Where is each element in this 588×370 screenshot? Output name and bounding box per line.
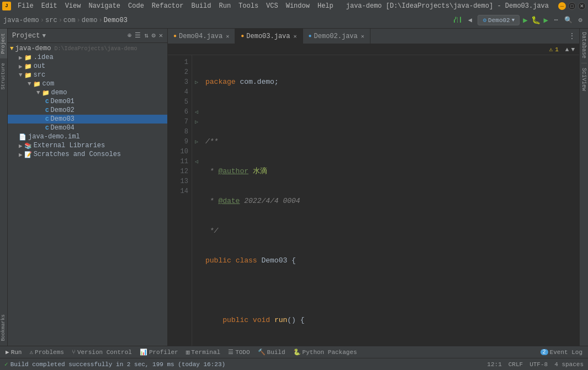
menu-help[interactable]: Help bbox=[314, 1, 337, 11]
code-lines[interactable]: package com.demo; /** * @author 水滴 * @da… bbox=[201, 55, 579, 346]
editor-area[interactable]: 1 2 3 4 5 6 7 8 9 10 11 12 13 14 bbox=[168, 55, 579, 346]
menu-tools[interactable]: Tools bbox=[235, 1, 262, 11]
nav-up-icon[interactable]: ▲ bbox=[565, 46, 569, 53]
encoding[interactable]: UTF-8 bbox=[529, 361, 548, 368]
breadcrumb-demo03[interactable]: Demo03 bbox=[104, 17, 128, 24]
tree-src[interactable]: ▼ 📁 src bbox=[8, 71, 167, 79]
fold-line6[interactable]: ◁ bbox=[195, 109, 198, 115]
event-log-button[interactable]: 2 Event Log bbox=[537, 348, 586, 357]
code-line-10[interactable]: System.out.print("Hello World! Demo03"); bbox=[205, 345, 575, 346]
back-icon[interactable]: ◀ bbox=[465, 16, 474, 25]
breadcrumb-demo[interactable]: demo bbox=[82, 17, 98, 24]
code-line-4[interactable]: * @author 水滴 bbox=[205, 167, 575, 176]
run-config-dropdown[interactable]: ▼ bbox=[512, 18, 515, 23]
settings-icon[interactable]: ⚙ bbox=[576, 16, 585, 25]
run-coverage-button[interactable]: ▶ bbox=[544, 15, 548, 25]
tree-settings-icon[interactable]: ⚙ bbox=[152, 31, 156, 40]
todo-button[interactable]: ☰ TODO bbox=[225, 347, 253, 357]
run-button[interactable]: ▶ bbox=[523, 15, 527, 25]
file-tree-actions: ⊕ ☰ ⇅ ⚙ ✕ bbox=[128, 31, 163, 40]
breadcrumb-project[interactable]: java-demo bbox=[3, 17, 39, 24]
menu-code[interactable]: Code bbox=[125, 1, 147, 11]
more-run-options[interactable]: ⋯ bbox=[552, 16, 560, 25]
run-config-button[interactable]: ⚙ Demo02 ▼ bbox=[478, 15, 520, 25]
breadcrumb: java-demo › src › com › demo › Demo03 bbox=[3, 17, 451, 24]
run-panel-button[interactable]: ▶ Run bbox=[2, 347, 25, 357]
menu-navigate[interactable]: Navigate bbox=[85, 1, 124, 11]
problems-panel-button[interactable]: ⚠ Problems bbox=[26, 347, 67, 357]
python-packages-button[interactable]: 🐍 Python Packages bbox=[290, 347, 361, 357]
project-panel-label[interactable]: Project bbox=[0, 29, 7, 58]
structure-panel-label[interactable]: Structure bbox=[0, 58, 7, 94]
menu-vcs[interactable]: VCS bbox=[263, 1, 282, 11]
tab-demo03[interactable]: ● Demo03.java ✕ bbox=[235, 29, 303, 44]
cursor-position[interactable]: 12:1 bbox=[487, 361, 501, 368]
git-icon[interactable]: ⛙ bbox=[453, 16, 462, 25]
indent-setting[interactable]: 4 spaces bbox=[554, 361, 584, 368]
menu-build[interactable]: Build bbox=[188, 1, 214, 11]
collapse-all-icon[interactable]: ☰ bbox=[135, 31, 141, 40]
code-line-7[interactable]: public class Demo03 { bbox=[205, 256, 575, 266]
sort-icon[interactable]: ⇅ bbox=[144, 31, 148, 40]
tree-demo[interactable]: ▼ 📁 demo bbox=[8, 88, 167, 97]
version-control-button[interactable]: ⑂ Version Control bbox=[68, 348, 135, 357]
breadcrumb-com[interactable]: com bbox=[63, 17, 76, 24]
editor-outer: ● Demo04.java ✕ ● Demo03.java ✕ ● Demo02… bbox=[168, 29, 579, 346]
demo04-tab-close[interactable]: ✕ bbox=[226, 33, 229, 40]
tree-close-icon[interactable]: ✕ bbox=[159, 31, 163, 40]
tree-root[interactable]: ▼ java-demo D:\IdeaProjects\java-demo bbox=[8, 44, 167, 53]
demo02-tab-close[interactable]: ✕ bbox=[361, 33, 364, 40]
locate-file-icon[interactable]: ⊕ bbox=[128, 31, 131, 40]
fold-line3[interactable]: ▷ bbox=[195, 79, 198, 85]
tree-demo01[interactable]: C Demo01 bbox=[8, 97, 167, 106]
menu-file[interactable]: File bbox=[14, 1, 37, 11]
fold-line9[interactable]: ▷ bbox=[195, 138, 198, 145]
code-line-9[interactable]: public void run() { bbox=[205, 315, 575, 325]
tab-demo02[interactable]: ● Demo02.java ✕ bbox=[303, 29, 370, 44]
menu-edit[interactable]: Edit bbox=[38, 1, 61, 11]
close-button[interactable]: ✕ bbox=[578, 2, 586, 10]
code-line-5[interactable]: * @date 2022/4/4 0004 bbox=[205, 196, 575, 206]
tree-demo04[interactable]: C Demo04 bbox=[8, 124, 167, 132]
menu-window[interactable]: Window bbox=[283, 1, 313, 11]
code-line-3[interactable]: /** bbox=[205, 137, 575, 147]
minimize-button[interactable]: ─ bbox=[558, 2, 566, 10]
database-panel-label[interactable]: Database bbox=[580, 29, 588, 62]
tab-more-button[interactable]: ⋮ bbox=[565, 31, 579, 41]
maximize-button[interactable]: □ bbox=[568, 2, 576, 10]
tree-out[interactable]: ▶ 📁 out bbox=[8, 62, 167, 71]
tree-idea[interactable]: ▶ 📁 .idea bbox=[8, 53, 167, 62]
demo04-icon: C bbox=[45, 125, 49, 131]
code-line-6[interactable]: */ bbox=[205, 226, 575, 236]
code-line-2[interactable] bbox=[205, 107, 575, 117]
debug-button[interactable]: 🐛 bbox=[531, 15, 541, 25]
bookmarks-panel-label[interactable]: Bookmarks bbox=[0, 310, 7, 346]
code-line-1[interactable]: package com.demo; bbox=[205, 77, 575, 87]
build-panel-button[interactable]: 🔨 Build bbox=[255, 347, 289, 357]
terminal-button[interactable]: ▥ Terminal bbox=[183, 347, 224, 357]
project-dropdown-icon[interactable]: ▼ bbox=[42, 33, 46, 39]
fold-line11[interactable]: ◁ bbox=[195, 158, 198, 165]
profiler-button[interactable]: 📊 Profiler bbox=[136, 347, 182, 357]
search-everywhere-icon[interactable]: 🔍 bbox=[564, 16, 573, 25]
code-line-8[interactable] bbox=[205, 286, 575, 296]
breadcrumb-src[interactable]: src bbox=[45, 17, 57, 24]
status-left: ✓ Build completed successfully in 2 sec,… bbox=[4, 361, 487, 368]
tree-demo03[interactable]: C Demo03 bbox=[8, 115, 167, 124]
tree-ext-libs[interactable]: ▶ 📚 External Libraries bbox=[8, 141, 167, 150]
tree-com[interactable]: ▼ 📁 com bbox=[8, 79, 167, 88]
nav-down-icon[interactable]: ▼ bbox=[571, 46, 575, 53]
line-separator[interactable]: CRLF bbox=[508, 361, 523, 368]
sciview-panel-label[interactable]: SciView bbox=[580, 65, 588, 94]
fold-line7[interactable]: ▷ bbox=[195, 119, 198, 125]
tab-demo04[interactable]: ● Demo04.java ✕ bbox=[168, 29, 235, 44]
tree-scratches[interactable]: ▶ 📝 Scratches and Consoles bbox=[8, 150, 167, 159]
menu-run[interactable]: Run bbox=[215, 1, 234, 11]
demo03-tab-close[interactable]: ✕ bbox=[294, 33, 297, 40]
menu-refactor[interactable]: Refactor bbox=[149, 1, 187, 11]
tree-iml[interactable]: 📄 java-demo.iml bbox=[8, 132, 167, 141]
code-content[interactable]: 1 2 3 4 5 6 7 8 9 10 11 12 13 14 bbox=[168, 55, 579, 346]
app-icon: J bbox=[2, 2, 11, 10]
tree-demo02[interactable]: C Demo02 bbox=[8, 106, 167, 115]
menu-view[interactable]: View bbox=[62, 1, 84, 11]
